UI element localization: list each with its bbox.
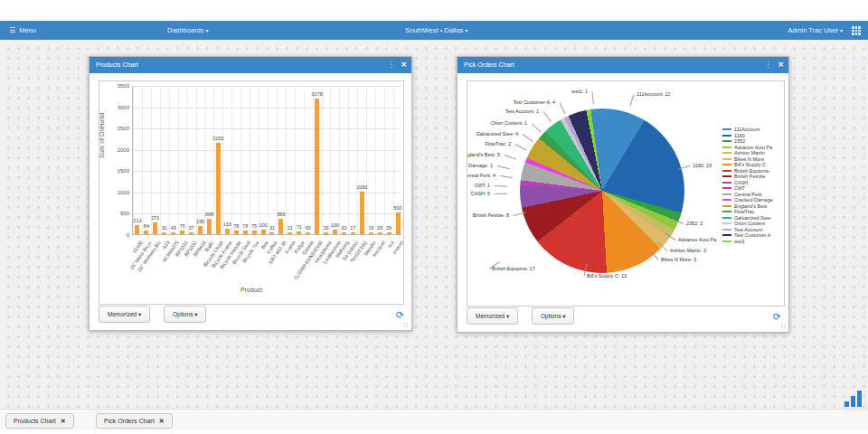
legend-label: Bikes N More — [734, 156, 764, 162]
bar[interactable] — [306, 232, 310, 234]
bar[interactable] — [180, 231, 184, 234]
bar[interactable] — [162, 232, 166, 234]
tab-pick-orders-chart[interactable]: Pick Orders Chart✕ — [96, 413, 173, 429]
pie-callout-label: British Equipme: 17 — [492, 266, 535, 272]
bar[interactable] — [153, 222, 157, 234]
bar-value-label: 78 — [242, 223, 248, 229]
legend-swatch-icon — [722, 217, 731, 219]
legend-label: British Petrole — [734, 174, 765, 179]
bar-value-label: 29 — [386, 225, 392, 231]
bar[interactable] — [324, 232, 328, 234]
refresh-icon[interactable]: ⟳ — [773, 311, 781, 323]
user-menu-dropdown[interactable]: Admin Trac User▾ — [788, 21, 843, 40]
gridline — [133, 150, 401, 151]
pie-callout-label: Bill's Supply C: 13 — [587, 273, 627, 279]
pick-orders-window-title: Pick Orders Chart — [464, 61, 514, 68]
bar-value-label: 71 — [297, 224, 302, 230]
bar[interactable] — [396, 212, 401, 234]
bar[interactable] — [378, 232, 382, 234]
bar-value-label: 100 — [331, 222, 339, 228]
refresh-icon[interactable]: ⟳ — [396, 309, 404, 321]
legend-swatch-icon — [722, 175, 731, 177]
callout-line — [495, 185, 507, 187]
bar[interactable] — [333, 230, 337, 234]
bar[interactable] — [243, 231, 248, 234]
bar[interactable] — [171, 232, 175, 234]
bar[interactable] — [234, 231, 239, 234]
pie-callout-label: Galvanized Stee: 4 — [476, 131, 518, 137]
legend-label: Central Perk — [734, 192, 762, 197]
bar[interactable] — [342, 232, 346, 234]
bar-value-label: 2150 — [212, 136, 223, 141]
resize-handle[interactable] — [403, 322, 410, 328]
bar[interactable] — [252, 231, 257, 234]
resize-handle[interactable] — [780, 324, 787, 330]
legend-label: Test Customer A — [734, 232, 770, 238]
pick-orders-chart-window: Pick Orders Chart ⋮✕ 111Account11602352A… — [457, 56, 789, 333]
legend-item[interactable]: test1 — [722, 239, 773, 245]
callout-line — [500, 175, 513, 178]
bar[interactable] — [315, 99, 319, 234]
legend-label: 2352 — [734, 138, 745, 144]
mini-bars-icon[interactable] — [844, 389, 863, 407]
pick-orders-window-titlebar[interactable]: Pick Orders Chart ⋮✕ — [458, 57, 788, 73]
bar-value-label: 100 — [259, 222, 267, 228]
legend-swatch-icon — [722, 229, 731, 231]
bar[interactable] — [216, 143, 221, 234]
window-menu-icon[interactable]: ⋮ — [388, 61, 394, 68]
bar[interactable] — [297, 231, 301, 234]
bar-value-label: 500 — [393, 205, 401, 211]
tab-close-icon[interactable]: ✕ — [159, 418, 165, 424]
bar[interactable] — [144, 231, 148, 234]
apps-grid-icon[interactable] — [852, 26, 861, 35]
dashboards-dropdown[interactable]: Dashboards▾ — [167, 21, 208, 40]
site-context-dropdown[interactable]: SouthWest • Dallas▾ — [405, 21, 467, 40]
bar-value-label: 1000 — [356, 184, 367, 190]
window-menu-icon[interactable]: ⋮ — [765, 61, 771, 68]
y-tick-label: 2500 — [102, 126, 129, 131]
bar[interactable] — [261, 230, 266, 234]
bar-value-label: 19 — [368, 225, 373, 231]
dashboards-label: Dashboards — [167, 26, 203, 34]
products-window-title: Products Chart — [96, 61, 138, 68]
window-close-icon[interactable]: ✕ — [778, 61, 784, 69]
tab-products-chart[interactable]: Products Chart✕ — [5, 413, 74, 429]
tab-close-icon[interactable]: ✕ — [61, 418, 66, 424]
bar-value-label: 133 — [223, 222, 231, 227]
memorized-button[interactable]: Memorized ▾ — [99, 306, 150, 323]
legend-swatch-icon — [722, 205, 731, 207]
pie-chart[interactable] — [520, 108, 684, 273]
legend-swatch-icon — [722, 128, 731, 130]
bar[interactable] — [369, 232, 373, 234]
bar[interactable] — [135, 225, 139, 234]
bar[interactable] — [360, 192, 364, 234]
bar[interactable] — [225, 229, 230, 234]
legend-label: Orion Coolers — [734, 221, 765, 226]
window-close-icon[interactable]: ✕ — [401, 61, 407, 69]
callout-line — [495, 193, 507, 194]
bar[interactable] — [278, 219, 283, 234]
callout-line — [543, 111, 552, 122]
menu-button[interactable]: ☰Menu — [9, 21, 36, 40]
pie-callout-label: Bikes N More: 3 — [661, 257, 696, 263]
options-button[interactable]: Options ▾ — [532, 307, 574, 325]
memorized-button[interactable]: Memorized ▾ — [467, 307, 518, 325]
bar[interactable] — [351, 232, 355, 234]
options-button[interactable]: Options ▾ — [164, 306, 206, 323]
bar-value-label: 3178 — [312, 91, 323, 97]
legend-label: CMT — [734, 185, 745, 191]
bar[interactable] — [269, 232, 274, 234]
callout-line — [523, 134, 533, 142]
pie-callout-label: England's Best: 5 — [467, 152, 500, 158]
bar[interactable] — [198, 226, 203, 234]
bar[interactable] — [387, 232, 392, 234]
legend-swatch-icon — [722, 158, 731, 160]
callout-line — [505, 155, 516, 160]
legend-swatch-icon — [722, 187, 731, 189]
bar[interactable] — [288, 232, 292, 234]
pie-callout-label: test1: 1 — [571, 89, 588, 95]
bar[interactable] — [189, 232, 193, 234]
bar-value-label: 32 — [341, 225, 346, 231]
bar[interactable] — [207, 219, 212, 234]
products-window-titlebar[interactable]: Products Chart ⋮✕ — [90, 57, 411, 73]
